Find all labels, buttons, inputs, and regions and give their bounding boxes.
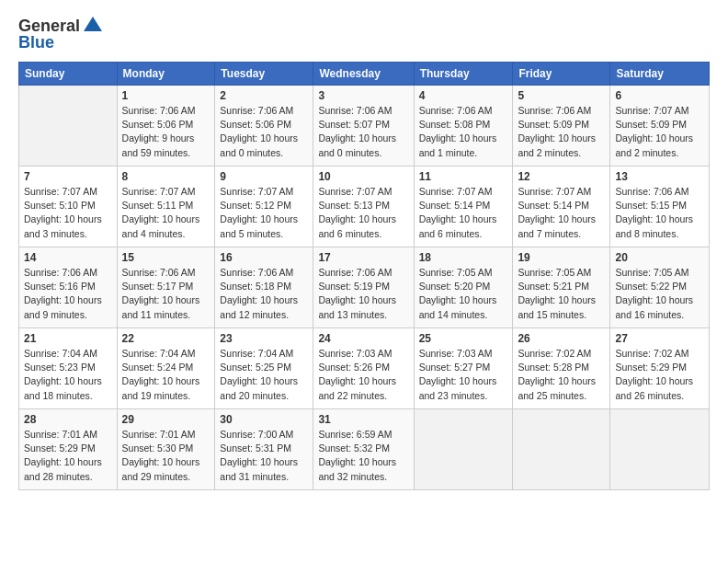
day-info: Sunrise: 7:01 AM Sunset: 5:30 PM Dayligh… xyxy=(122,428,210,484)
calendar-cell: 22Sunrise: 7:04 AM Sunset: 5:24 PM Dayli… xyxy=(117,328,215,409)
day-info: Sunrise: 7:02 AM Sunset: 5:29 PM Dayligh… xyxy=(615,347,704,403)
day-number: 4 xyxy=(419,89,508,102)
calendar-cell: 19Sunrise: 7:05 AM Sunset: 5:21 PM Dayli… xyxy=(513,247,610,328)
logo: General Blue xyxy=(18,15,104,52)
calendar-week-2: 7Sunrise: 7:07 AM Sunset: 5:10 PM Daylig… xyxy=(19,167,710,247)
day-number: 30 xyxy=(220,413,308,426)
calendar-cell: 15Sunrise: 7:06 AM Sunset: 5:17 PM Dayli… xyxy=(117,247,215,328)
calendar-cell xyxy=(610,409,710,490)
day-info: Sunrise: 7:07 AM Sunset: 5:14 PM Dayligh… xyxy=(518,185,605,241)
day-number: 2 xyxy=(220,89,308,102)
day-info: Sunrise: 7:06 AM Sunset: 5:09 PM Dayligh… xyxy=(518,104,605,160)
calendar-week-4: 21Sunrise: 7:04 AM Sunset: 5:23 PM Dayli… xyxy=(19,328,710,409)
day-header-sunday: Sunday xyxy=(19,63,118,86)
calendar: SundayMondayTuesdayWednesdayThursdayFrid… xyxy=(18,62,710,490)
calendar-cell: 13Sunrise: 7:06 AM Sunset: 5:15 PM Dayli… xyxy=(610,167,710,247)
day-number: 19 xyxy=(518,251,605,264)
day-number: 1 xyxy=(122,89,210,102)
day-info: Sunrise: 7:05 AM Sunset: 5:20 PM Dayligh… xyxy=(419,266,508,322)
calendar-cell: 29Sunrise: 7:01 AM Sunset: 5:30 PM Dayli… xyxy=(117,409,215,490)
day-number: 11 xyxy=(419,170,508,183)
calendar-header-row: SundayMondayTuesdayWednesdayThursdayFrid… xyxy=(19,63,710,86)
day-info: Sunrise: 7:07 AM Sunset: 5:14 PM Dayligh… xyxy=(419,185,508,241)
calendar-cell xyxy=(19,86,118,167)
calendar-cell: 20Sunrise: 7:05 AM Sunset: 5:22 PM Dayli… xyxy=(610,247,710,328)
day-number: 21 xyxy=(24,332,112,345)
day-info: Sunrise: 7:06 AM Sunset: 5:18 PM Dayligh… xyxy=(220,266,308,322)
calendar-cell: 4Sunrise: 7:06 AM Sunset: 5:08 PM Daylig… xyxy=(414,86,513,167)
day-number: 29 xyxy=(122,413,210,426)
day-info: Sunrise: 7:02 AM Sunset: 5:28 PM Dayligh… xyxy=(518,347,605,403)
day-header-friday: Friday xyxy=(513,63,610,86)
day-number: 22 xyxy=(122,332,210,345)
calendar-cell xyxy=(513,409,610,490)
day-info: Sunrise: 7:05 AM Sunset: 5:22 PM Dayligh… xyxy=(615,266,704,322)
calendar-cell: 6Sunrise: 7:07 AM Sunset: 5:09 PM Daylig… xyxy=(610,86,710,167)
calendar-cell: 5Sunrise: 7:06 AM Sunset: 5:09 PM Daylig… xyxy=(513,86,610,167)
day-info: Sunrise: 7:06 AM Sunset: 5:17 PM Dayligh… xyxy=(122,266,210,322)
page: General Blue SundayMondayTuesdayWednesda… xyxy=(0,0,728,563)
day-info: Sunrise: 7:06 AM Sunset: 5:06 PM Dayligh… xyxy=(122,104,210,160)
calendar-cell: 12Sunrise: 7:07 AM Sunset: 5:14 PM Dayli… xyxy=(513,167,610,247)
day-number: 20 xyxy=(615,251,704,264)
calendar-cell: 3Sunrise: 7:06 AM Sunset: 5:07 PM Daylig… xyxy=(313,86,414,167)
day-number: 6 xyxy=(615,89,704,102)
day-number: 7 xyxy=(24,170,112,183)
day-info: Sunrise: 7:07 AM Sunset: 5:13 PM Dayligh… xyxy=(318,185,408,241)
day-info: Sunrise: 7:03 AM Sunset: 5:27 PM Dayligh… xyxy=(419,347,508,403)
calendar-cell: 16Sunrise: 7:06 AM Sunset: 5:18 PM Dayli… xyxy=(215,247,313,328)
calendar-cell: 2Sunrise: 7:06 AM Sunset: 5:06 PM Daylig… xyxy=(215,86,313,167)
calendar-cell: 21Sunrise: 7:04 AM Sunset: 5:23 PM Dayli… xyxy=(19,328,118,409)
calendar-cell: 23Sunrise: 7:04 AM Sunset: 5:25 PM Dayli… xyxy=(215,328,313,409)
calendar-cell: 8Sunrise: 7:07 AM Sunset: 5:11 PM Daylig… xyxy=(117,167,215,247)
calendar-cell: 17Sunrise: 7:06 AM Sunset: 5:19 PM Dayli… xyxy=(313,247,414,328)
day-info: Sunrise: 7:06 AM Sunset: 5:08 PM Dayligh… xyxy=(419,104,508,160)
day-number: 12 xyxy=(518,170,605,183)
day-number: 16 xyxy=(220,251,308,264)
day-info: Sunrise: 7:00 AM Sunset: 5:31 PM Dayligh… xyxy=(220,428,308,484)
calendar-cell: 7Sunrise: 7:07 AM Sunset: 5:10 PM Daylig… xyxy=(19,167,118,247)
calendar-cell: 24Sunrise: 7:03 AM Sunset: 5:26 PM Dayli… xyxy=(313,328,414,409)
day-number: 26 xyxy=(518,332,605,345)
day-info: Sunrise: 7:04 AM Sunset: 5:25 PM Dayligh… xyxy=(220,347,308,403)
day-info: Sunrise: 7:05 AM Sunset: 5:21 PM Dayligh… xyxy=(518,266,605,322)
day-header-thursday: Thursday xyxy=(414,63,513,86)
calendar-week-3: 14Sunrise: 7:06 AM Sunset: 5:16 PM Dayli… xyxy=(19,247,710,328)
day-info: Sunrise: 7:04 AM Sunset: 5:24 PM Dayligh… xyxy=(122,347,210,403)
day-number: 27 xyxy=(615,332,704,345)
calendar-cell: 30Sunrise: 7:00 AM Sunset: 5:31 PM Dayli… xyxy=(215,409,313,490)
day-number: 15 xyxy=(122,251,210,264)
day-number: 28 xyxy=(24,413,112,426)
day-header-saturday: Saturday xyxy=(610,63,710,86)
calendar-cell: 27Sunrise: 7:02 AM Sunset: 5:29 PM Dayli… xyxy=(610,328,710,409)
day-info: Sunrise: 7:07 AM Sunset: 5:12 PM Dayligh… xyxy=(220,185,308,241)
day-number: 3 xyxy=(318,89,408,102)
day-header-tuesday: Tuesday xyxy=(215,63,313,86)
day-info: Sunrise: 7:06 AM Sunset: 5:15 PM Dayligh… xyxy=(615,185,704,241)
calendar-cell: 9Sunrise: 7:07 AM Sunset: 5:12 PM Daylig… xyxy=(215,167,313,247)
calendar-cell: 1Sunrise: 7:06 AM Sunset: 5:06 PM Daylig… xyxy=(117,86,215,167)
logo-icon xyxy=(82,15,104,37)
svg-marker-0 xyxy=(84,17,102,31)
day-info: Sunrise: 7:03 AM Sunset: 5:26 PM Dayligh… xyxy=(318,347,408,403)
day-info: Sunrise: 7:06 AM Sunset: 5:07 PM Dayligh… xyxy=(318,104,408,160)
day-info: Sunrise: 7:07 AM Sunset: 5:11 PM Dayligh… xyxy=(122,185,210,241)
day-number: 25 xyxy=(419,332,508,345)
calendar-cell: 26Sunrise: 7:02 AM Sunset: 5:28 PM Dayli… xyxy=(513,328,610,409)
day-number: 14 xyxy=(24,251,112,264)
day-number: 8 xyxy=(122,170,210,183)
day-info: Sunrise: 7:06 AM Sunset: 5:16 PM Dayligh… xyxy=(24,266,112,322)
calendar-cell: 14Sunrise: 7:06 AM Sunset: 5:16 PM Dayli… xyxy=(19,247,118,328)
day-number: 9 xyxy=(220,170,308,183)
day-header-monday: Monday xyxy=(117,63,215,86)
calendar-week-1: 1Sunrise: 7:06 AM Sunset: 5:06 PM Daylig… xyxy=(19,86,710,167)
day-number: 31 xyxy=(318,413,408,426)
day-number: 10 xyxy=(318,170,408,183)
day-number: 17 xyxy=(318,251,408,264)
day-info: Sunrise: 7:06 AM Sunset: 5:19 PM Dayligh… xyxy=(318,266,408,322)
calendar-cell: 25Sunrise: 7:03 AM Sunset: 5:27 PM Dayli… xyxy=(414,328,513,409)
day-info: Sunrise: 7:06 AM Sunset: 5:06 PM Dayligh… xyxy=(220,104,308,160)
day-number: 24 xyxy=(318,332,408,345)
header: General Blue xyxy=(18,15,710,52)
calendar-cell xyxy=(414,409,513,490)
